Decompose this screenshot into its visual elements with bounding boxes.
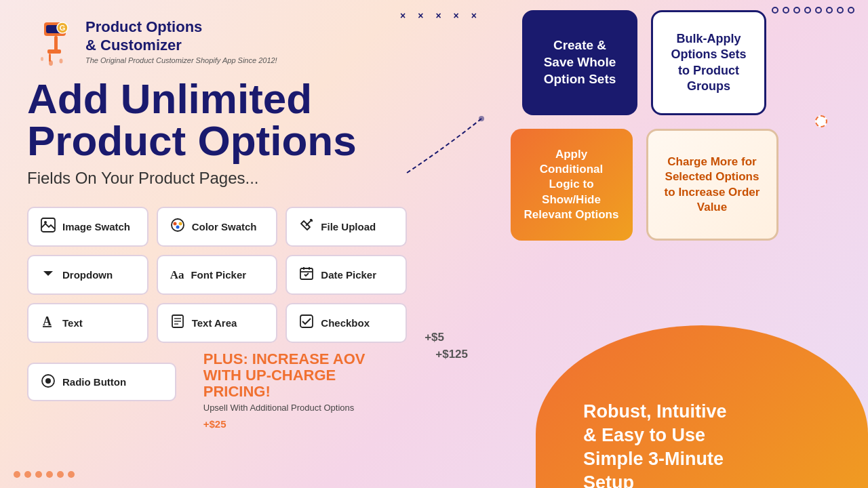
- color-swatch-label: Color Swatch: [192, 221, 257, 232]
- color-swatch-button[interactable]: Color Swatch: [157, 207, 278, 247]
- right-section: Create & Save Whole Option Sets Bulk-App…: [448, 10, 841, 251]
- text-label: Text: [62, 317, 83, 329]
- svg-point-15: [176, 226, 179, 229]
- checkbox-icon: [299, 314, 314, 332]
- dropdown-label: Dropdown: [62, 269, 113, 281]
- price-badge-5: +$5: [425, 331, 444, 344]
- svg-rect-20: [300, 268, 313, 279]
- app-tagline: The Original Product Customizer Shopify …: [85, 56, 277, 64]
- app-name: Product Options & Customizer: [85, 18, 277, 54]
- card-charge-more: Charge More for Selected Options to Incr…: [646, 129, 778, 241]
- checkbox-button[interactable]: Checkbox: [285, 303, 407, 343]
- aov-sub: Upsell With Additional Product Options: [203, 403, 407, 413]
- text-area-label: Text Area: [192, 317, 237, 329]
- svg-text:A: A: [43, 314, 52, 328]
- checkbox-label: Checkbox: [321, 317, 370, 329]
- sub-headline: Fields On Your Product Pages...: [27, 169, 407, 188]
- bottom-row: Radio Button PLUS: INCREASE AOV WITH UP-…: [27, 351, 407, 413]
- top-cards-row: Create & Save Whole Option Sets Bulk-App…: [448, 10, 841, 115]
- file-upload-button[interactable]: File Upload: [285, 207, 407, 247]
- decorative-dots-bottom: [14, 471, 75, 478]
- image-swatch-icon: [41, 218, 56, 236]
- dashed-arrow: [393, 112, 488, 180]
- bottom-cards-row: Apply Conditional Logic to Show/Hide Rel…: [448, 129, 841, 241]
- date-picker-icon: [299, 266, 314, 284]
- price-badge-125: +$125: [435, 348, 468, 361]
- svg-point-31: [45, 378, 51, 384]
- cta-section: Robust, Intuitive & Easy to Use Simple 3…: [536, 325, 868, 488]
- radio-button-button[interactable]: Radio Button: [27, 363, 176, 401]
- logo-text-area: Product Options & Customizer The Origina…: [85, 18, 277, 64]
- main-headline: Add Unlimited Product Options: [27, 78, 407, 162]
- file-upload-label: File Upload: [321, 221, 376, 232]
- svg-point-6: [60, 59, 63, 64]
- file-upload-icon: [299, 218, 314, 236]
- dropdown-button[interactable]: Dropdown: [27, 255, 149, 295]
- card-bulk-apply: Bulk-Apply Options Sets to Product Group…: [651, 10, 766, 115]
- font-picker-label: Font Picker: [191, 269, 246, 281]
- radio-icon: [41, 373, 56, 390]
- aov-section: PLUS: INCREASE AOV WITH UP-CHARGE PRICIN…: [203, 351, 407, 413]
- aov-headline: PLUS: INCREASE AOV WITH UP-CHARGE PRICIN…: [203, 351, 407, 401]
- card-conditional-logic: Apply Conditional Logic to Show/Hide Rel…: [511, 129, 633, 241]
- left-section: G Product Options & Customizer The Origi…: [27, 17, 407, 413]
- cta-circle: Robust, Intuitive & Easy to Use Simple 3…: [536, 325, 868, 488]
- svg-point-7: [41, 57, 43, 61]
- price-badge-25: +$25: [203, 418, 226, 430]
- svg-point-32: [479, 116, 484, 121]
- image-swatch-label: Image Swatch: [62, 221, 130, 232]
- options-grid: Image Swatch Color Swatch File Upload Dr…: [27, 207, 407, 343]
- text-area-icon: [170, 314, 185, 332]
- radio-label: Radio Button: [62, 376, 126, 388]
- color-swatch-icon: [170, 218, 185, 236]
- deco-circle-small: [815, 115, 827, 127]
- text-area-button[interactable]: Text Area: [157, 303, 278, 343]
- svg-text:G: G: [60, 24, 66, 32]
- dropdown-icon: [41, 266, 56, 284]
- svg-point-12: [172, 219, 184, 231]
- logo-area: G Product Options & Customizer The Origi…: [27, 17, 407, 66]
- svg-point-14: [178, 222, 182, 226]
- date-picker-label: Date Picker: [321, 269, 376, 281]
- text-button[interactable]: A Text: [27, 303, 149, 343]
- card-create-save: Create & Save Whole Option Sets: [522, 10, 637, 115]
- cta-text: Robust, Intuitive & Easy to Use Simple 3…: [583, 400, 727, 488]
- svg-point-5: [49, 60, 53, 66]
- svg-rect-2: [54, 36, 58, 51]
- svg-line-16: [306, 220, 312, 226]
- svg-rect-29: [300, 315, 313, 327]
- image-swatch-button[interactable]: Image Swatch: [27, 207, 149, 247]
- svg-marker-19: [43, 271, 53, 276]
- font-picker-button[interactable]: Aa Font Picker: [157, 255, 278, 295]
- font-picker-icon: Aa: [170, 268, 184, 282]
- date-picker-button[interactable]: Date Picker: [285, 255, 407, 295]
- text-icon: A: [41, 314, 56, 332]
- logo-icon: G: [27, 17, 76, 66]
- svg-point-13: [173, 222, 176, 226]
- svg-rect-3: [47, 49, 61, 54]
